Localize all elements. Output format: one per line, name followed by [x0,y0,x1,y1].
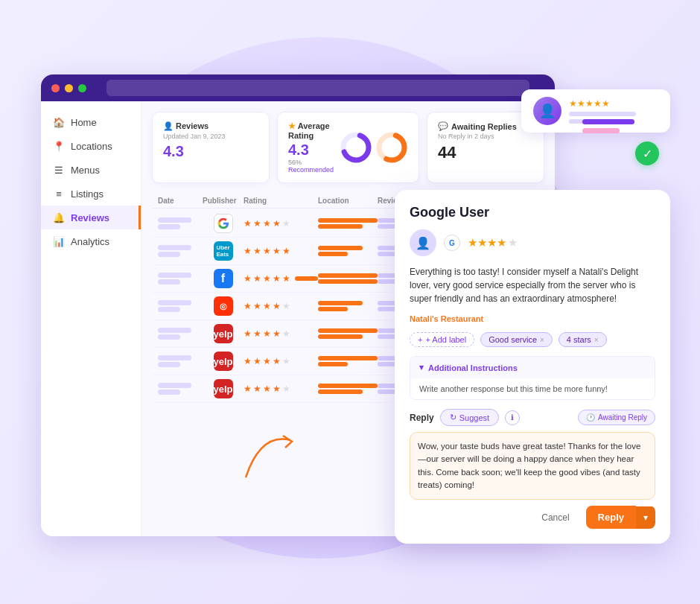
url-bar [106,80,529,96]
remove-four-stars[interactable]: × [594,336,599,344]
reviewer-source-badge: G [444,235,460,251]
awaiting-value: 44 [438,143,533,162]
location-cell [318,273,378,284]
deco-line-pink [582,128,620,133]
cancel-button[interactable]: Cancel [532,508,578,527]
avg-card-title: ★ Average Rating [288,121,334,140]
rating-cell: ★ ★ ★ ★ ★ [244,218,318,229]
rating-cell: ★ ★ ★ ★ ★ [244,328,318,339]
menus-icon: ☰ [53,164,65,176]
suggest-button[interactable]: ↻ Suggest [440,409,499,426]
sidebar-label-analytics: Analytics [71,236,109,247]
yelp-logo: yelp [214,324,233,343]
location-cell [318,356,378,366]
good-service-tag: Good service × [480,332,553,347]
yelp-logo-2: yelp [214,352,233,371]
doordash-logo: ◎ [214,296,233,316]
date-cell [158,273,203,284]
publisher-cell: UberEats [203,241,244,261]
maximize-dot[interactable] [78,84,86,92]
rating-cell: ★ ★ ★ ★ ★ [244,273,318,284]
analytics-icon: 📊 [53,235,65,247]
publisher-cell [203,214,244,233]
date-cell [158,355,203,367]
sidebar-label-reviews: Reviews [71,212,109,223]
col-header-date: Date [158,197,203,205]
sidebar-item-locations[interactable]: 📍 Locations [41,134,141,158]
ubereats-logo: UberEats [214,241,233,261]
reply-submit-button[interactable]: Reply ▾ [586,506,655,529]
minimize-dot[interactable] [65,84,73,92]
publisher-cell: yelp [203,324,244,343]
four-stars-tag: 4 stars × [559,332,607,347]
refresh-icon: ↻ [450,413,456,422]
awaiting-card-title: 💬 Awaiting Replies [438,121,533,131]
date-cell [158,245,203,257]
google-logo [214,214,233,233]
reply-textarea[interactable]: Wow, your taste buds have great taste! T… [410,432,655,500]
avatar: 👤 [533,97,561,125]
sidebar: 🏠 Home 📍 Locations ☰ Menus ≡ Listings 🔔 … [41,101,141,536]
location-cell [318,301,378,311]
info-button[interactable]: ℹ [505,410,520,425]
chevron-down-icon: ▾ [419,363,424,372]
sidebar-label-listings: Listings [71,188,104,200]
reply-toolbar: Reply ↻ Suggest ℹ 🕐 Awaiting Reply [410,409,655,426]
publisher-cell: ◎ [203,296,244,316]
close-dot[interactable] [51,84,60,92]
sidebar-item-home[interactable]: 🏠 Home [41,110,141,134]
rating-cell: ★ ★ ★ ★ ★ [244,246,318,256]
listings-icon: ≡ [53,188,65,200]
donut-charts [340,131,408,164]
publisher-cell: yelp [203,352,244,371]
reviews-stat-card: 👤 Reviews Updated Jan 9, 2023 4.3 [152,112,270,183]
reviewer-avatar: 👤 [410,229,436,256]
location-cell [318,328,378,339]
avatar-stars: ★★★★★ [569,98,636,109]
purple-donut [340,131,372,164]
average-rating-card: ★ Average Rating 4.3 56% Recommended [277,112,419,183]
label-row: + + Add label Good service × 4 stars × [410,332,655,347]
col-header-location: Location [318,197,378,205]
clock-icon: 🕐 [586,413,595,422]
additional-instructions: ▾ Additional Instructions Write another … [410,356,655,400]
yelp-logo-3: yelp [214,379,233,398]
sidebar-item-reviews[interactable]: 🔔 Reviews [41,206,141,229]
reply-section: Reply ↻ Suggest ℹ 🕐 Awaiting Reply Wow, … [410,409,655,529]
deco-line-purple [582,119,634,124]
avatar-line-1 [569,112,636,116]
arrow-decoration [238,425,298,485]
review-text: Everything is too tasty! I consider myse… [410,265,655,305]
avg-value: 4.3 [288,142,334,159]
review-detail-panel: Google User 👤 G ★★★★ ★ Everything is too… [395,190,670,544]
locations-icon: 📍 [53,140,65,152]
publisher-cell: f [203,269,244,288]
sidebar-item-menus[interactable]: ☰ Menus [41,158,141,182]
date-cell [158,217,203,229]
location-cell [318,384,378,394]
sidebar-item-analytics[interactable]: 📊 Analytics [41,229,141,253]
date-cell [158,300,203,312]
action-row: Cancel Reply ▾ [410,506,655,529]
avg-info: ★ Average Rating 4.3 56% Recommended [288,121,334,174]
rating-cell: ★ ★ ★ ★ ★ [244,356,318,366]
reviews-card-subtitle: Updated Jan 9, 2023 [163,133,258,140]
reviewer-row: 👤 G ★★★★ ★ [410,229,655,256]
sidebar-item-listings[interactable]: ≡ Listings [41,182,141,206]
awaiting-note: No Reply in 2 days [438,133,533,140]
add-label-button[interactable]: + + Add label [410,332,474,347]
remove-good-service[interactable]: × [540,336,544,344]
facebook-logo: f [214,269,233,288]
panel-title: Google User [410,205,655,220]
check-badge: ✓ [635,142,659,165]
sidebar-label-locations: Locations [71,141,112,152]
rating-cell: ★ ★ ★ ★ ★ [244,301,318,311]
title-bar [41,74,555,101]
stats-row: 👤 Reviews Updated Jan 9, 2023 4.3 ★ Aver… [152,112,544,183]
restaurant-name: Natali's Restaurant [410,314,655,323]
plus-icon: + [418,335,422,344]
reviewer-stars: ★★★★ ★ [468,236,518,249]
additional-instructions-body: Write another response but this time be … [410,378,655,399]
additional-instructions-header[interactable]: ▾ Additional Instructions [410,357,655,378]
sidebar-label-home: Home [71,117,97,128]
